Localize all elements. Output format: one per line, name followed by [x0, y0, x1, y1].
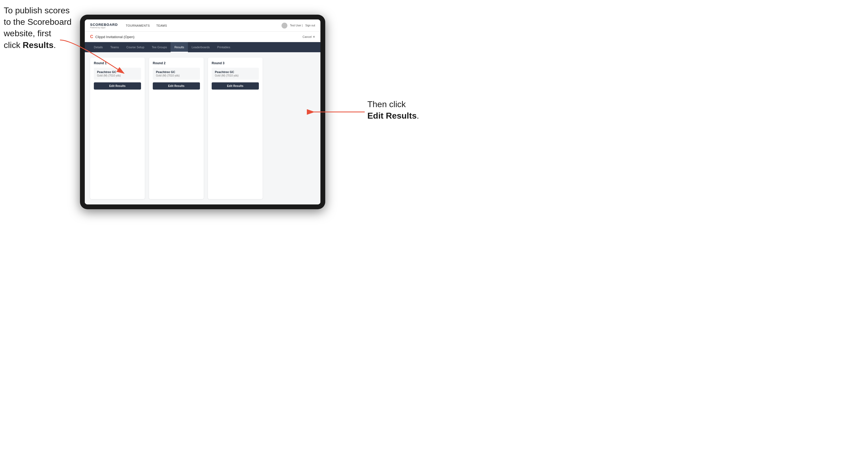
tab-leaderboards[interactable]: Leaderboards — [188, 42, 214, 52]
user-name: Test User | — [290, 24, 303, 27]
tab-results[interactable]: Results — [170, 42, 188, 52]
nav-teams[interactable]: TEAMS — [156, 24, 167, 27]
user-avatar — [281, 23, 287, 29]
annotation-line3: website, first — [4, 29, 51, 38]
annotation-line4-suffix: . — [54, 40, 56, 50]
tablet-screen: SCOREBOARD Powered by clippd TOURNAMENTS… — [85, 20, 320, 205]
tournament-icon: C — [90, 34, 93, 39]
round-3-course-card: Peachtree GC Gold (M) (7010 yds) — [212, 68, 259, 80]
round-card-3: Round 3 Peachtree GC Gold (M) (7010 yds)… — [208, 58, 262, 199]
annotation-line4-bold: Results — [23, 40, 54, 50]
round-1-course-card: Peachtree GC Gold (M) (7010 yds) — [94, 68, 141, 80]
edit-results-button-3[interactable]: Edit Results — [212, 82, 259, 90]
tab-tee-groups[interactable]: Tee Groups — [148, 42, 170, 52]
round-2-title: Round 2 — [153, 61, 200, 65]
round-2-course-name: Peachtree GC — [156, 70, 197, 73]
content-area: C Clippd Invitational (Open) Cancel ✕ De… — [85, 32, 320, 205]
cancel-button[interactable]: Cancel ✕ — [303, 35, 315, 39]
round-1-title: Round 1 — [94, 61, 141, 65]
tournament-title: C Clippd Invitational (Open) — [90, 34, 134, 39]
nav-links: TOURNAMENTS TEAMS — [126, 24, 281, 27]
cancel-label: Cancel — [303, 35, 312, 38]
top-nav: SCOREBOARD Powered by clippd TOURNAMENTS… — [85, 20, 320, 32]
nav-tournaments[interactable]: TOURNAMENTS — [126, 24, 150, 27]
round-3-course-detail: Gold (M) (7010 yds) — [215, 74, 256, 77]
tab-details[interactable]: Details — [90, 42, 106, 52]
round-card-1: Round 1 Peachtree GC Gold (M) (7010 yds)… — [90, 58, 145, 199]
annotation-line4-prefix: click — [4, 40, 23, 50]
annotation-right-line2-suffix: . — [417, 111, 419, 121]
round-2-course-card: Peachtree GC Gold (M) (7010 yds) — [153, 68, 200, 80]
edit-results-button-2[interactable]: Edit Results — [153, 82, 200, 90]
logo-area: SCOREBOARD Powered by clippd — [90, 23, 118, 29]
close-icon: ✕ — [313, 35, 315, 39]
sub-nav: Details Teams Course Setup Tee Groups Re… — [85, 42, 320, 52]
annotation-right: Then click Edit Results. — [367, 99, 426, 122]
tab-teams[interactable]: Teams — [106, 42, 123, 52]
logo-sub: Powered by clippd — [90, 27, 118, 29]
nav-right: Test User | Sign out — [281, 23, 315, 29]
round-card-2: Round 2 Peachtree GC Gold (M) (7010 yds)… — [149, 58, 204, 199]
rounds-content: Round 1 Peachtree GC Gold (M) (7010 yds)… — [85, 52, 320, 205]
annotation-right-line1: Then click — [367, 99, 406, 109]
tab-course-setup[interactable]: Course Setup — [123, 42, 148, 52]
annotation-line2: to the Scoreboard — [4, 17, 71, 27]
edit-results-button-1[interactable]: Edit Results — [94, 82, 141, 90]
annotation-right-line2-bold: Edit Results — [367, 111, 417, 121]
tablet-device: SCOREBOARD Powered by clippd TOURNAMENTS… — [80, 15, 325, 209]
tab-printables[interactable]: Printables — [214, 42, 234, 52]
round-1-course-name: Peachtree GC — [97, 70, 138, 73]
logo-text: SCOREBOARD — [90, 23, 118, 27]
tournament-name: Clippd Invitational (Open) — [95, 35, 135, 39]
annotation-left: To publish scores to the Scoreboard webs… — [4, 5, 76, 51]
round-1-course-detail: Gold (M) (7010 yds) — [97, 74, 138, 77]
annotation-line1: To publish scores — [4, 6, 69, 15]
tournament-header: C Clippd Invitational (Open) Cancel ✕ — [85, 32, 320, 42]
round-3-course-name: Peachtree GC — [215, 70, 256, 73]
sign-out-link[interactable]: Sign out — [305, 24, 315, 27]
round-3-title: Round 3 — [212, 61, 259, 65]
round-2-course-detail: Gold (M) (7010 yds) — [156, 74, 197, 77]
